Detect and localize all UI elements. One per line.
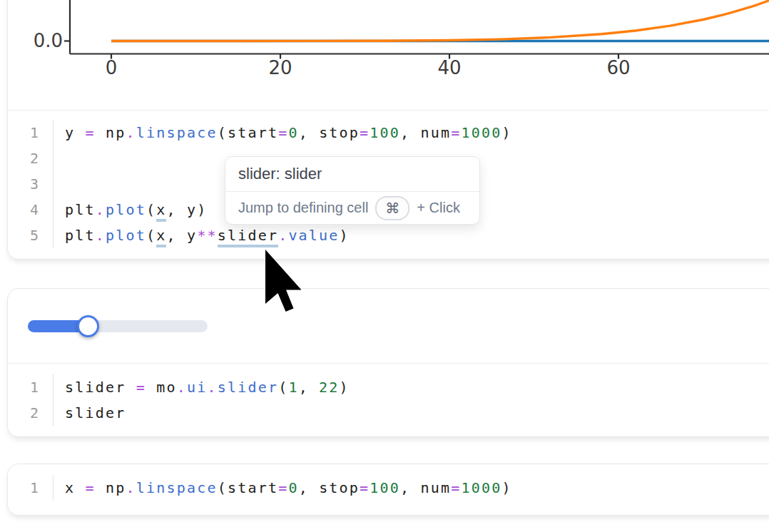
cell-slider: 1slider = mo.ui.slider(1, 22)2slider <box>7 288 769 437</box>
variable-tooltip: slider: slider Jump to defining cell ⌘ +… <box>225 156 480 225</box>
line-number: 3 <box>8 171 54 197</box>
svg-text:40: 40 <box>437 57 461 78</box>
line-number: 1 <box>8 475 54 501</box>
tooltip-shortcut-suffix: + Click <box>417 200 460 216</box>
svg-text:0.0: 0.0 <box>33 30 62 51</box>
plot-output: 02040600.0 <box>8 0 769 110</box>
code-line[interactable]: 5plt.plot(x, y**slider.value) <box>8 222 769 248</box>
line-number: 2 <box>8 145 54 171</box>
slider-handle[interactable] <box>77 315 99 337</box>
code-text: slider <box>54 400 126 426</box>
line-number: 2 <box>8 400 54 426</box>
code-text: plt.plot(x, y**slider.value) <box>54 222 350 248</box>
code-editor-x[interactable]: 1x = np.linspace(start=0, stop=100, num=… <box>8 464 769 515</box>
code-text: plt.plot(x, y) <box>54 197 207 222</box>
cell-x: 1x = np.linspace(start=0, stop=100, num=… <box>7 464 769 516</box>
line-number: 1 <box>8 120 54 145</box>
svg-text:20: 20 <box>268 57 292 78</box>
line-number: 4 <box>8 197 54 222</box>
mouse-cursor-icon <box>265 250 302 312</box>
code-editor-slider[interactable]: 1slider = mo.ui.slider(1, 22)2slider <box>8 363 769 436</box>
code-line[interactable]: 1slider = mo.ui.slider(1, 22) <box>8 374 769 400</box>
svg-text:0: 0 <box>105 57 117 78</box>
line-number: 5 <box>8 222 54 248</box>
tooltip-action-label: Jump to defining cell <box>238 200 368 216</box>
code-text: x = np.linspace(start=0, stop=100, num=1… <box>54 475 512 501</box>
code-line[interactable]: 2slider <box>8 400 769 426</box>
svg-text:60: 60 <box>606 57 630 78</box>
code-text <box>54 171 65 197</box>
code-line[interactable]: 1y = np.linspace(start=0, stop=100, num=… <box>8 120 769 145</box>
slider-output <box>8 289 769 363</box>
code-text: y = np.linspace(start=0, stop=100, num=1… <box>54 120 512 145</box>
code-text: slider = mo.ui.slider(1, 22) <box>54 374 350 400</box>
notebook-stage: 02040600.0 1y = np.linspace(start=0, sto… <box>0 0 769 532</box>
code-text <box>54 145 65 171</box>
slider-widget[interactable] <box>28 314 242 343</box>
command-key-icon: ⌘ <box>375 196 409 220</box>
code-line[interactable]: 1x = np.linspace(start=0, stop=100, num=… <box>8 475 769 501</box>
matplotlib-chart: 02040600.0 <box>7 0 769 111</box>
tooltip-title: slider: slider <box>225 157 479 192</box>
line-number: 1 <box>8 374 54 400</box>
